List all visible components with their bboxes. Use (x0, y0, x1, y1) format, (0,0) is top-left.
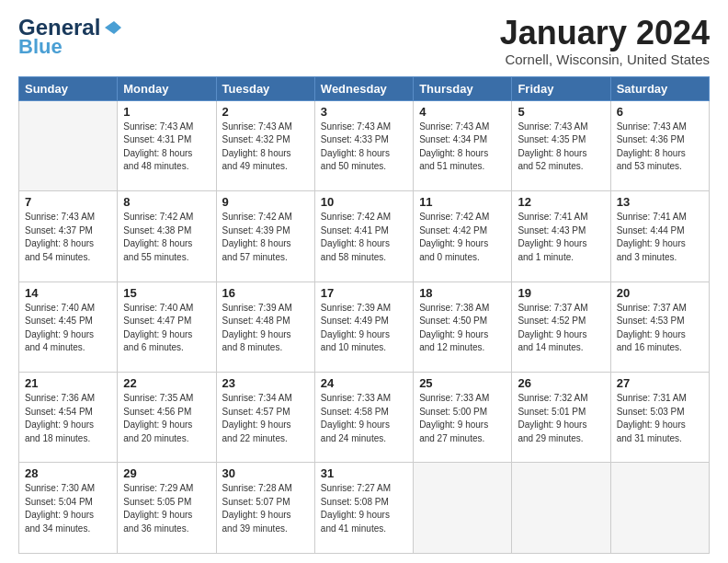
day-number: 16 (222, 286, 309, 300)
calendar-cell (512, 463, 610, 554)
calendar-cell: 4Sunrise: 7:43 AMSunset: 4:34 PMDaylight… (414, 100, 512, 190)
calendar-cell: 20Sunrise: 7:37 AMSunset: 4:53 PMDayligh… (610, 282, 709, 372)
calendar-cell: 9Sunrise: 7:42 AMSunset: 4:39 PMDaylight… (216, 191, 314, 282)
week-row-5: 28Sunrise: 7:30 AMSunset: 5:04 PMDayligh… (19, 463, 710, 554)
day-number: 2 (222, 105, 309, 119)
week-row-2: 7Sunrise: 7:43 AMSunset: 4:37 PMDaylight… (19, 191, 710, 282)
day-info: Sunrise: 7:31 AMSunset: 5:03 PMDaylight:… (617, 392, 703, 445)
day-info: Sunrise: 7:43 AMSunset: 4:34 PMDaylight:… (419, 121, 506, 174)
calendar-cell: 8Sunrise: 7:42 AMSunset: 4:38 PMDaylight… (118, 191, 216, 282)
weekday-sunday: Sunday (19, 76, 118, 100)
week-row-3: 14Sunrise: 7:40 AMSunset: 4:45 PMDayligh… (19, 282, 710, 372)
day-number: 7 (25, 195, 111, 209)
day-info: Sunrise: 7:37 AMSunset: 4:53 PMDaylight:… (617, 302, 703, 355)
day-info: Sunrise: 7:41 AMSunset: 4:43 PMDaylight:… (518, 211, 604, 264)
day-number: 5 (518, 105, 604, 119)
day-info: Sunrise: 7:35 AMSunset: 4:56 PMDaylight:… (123, 392, 210, 445)
day-info: Sunrise: 7:29 AMSunset: 5:05 PMDaylight:… (123, 482, 210, 535)
calendar-cell: 23Sunrise: 7:34 AMSunset: 4:57 PMDayligh… (216, 373, 314, 463)
weekday-thursday: Thursday (414, 76, 512, 100)
day-number: 25 (419, 376, 506, 390)
day-number: 30 (222, 466, 309, 480)
day-info: Sunrise: 7:43 AMSunset: 4:33 PMDaylight:… (321, 121, 407, 174)
logo: General Blue (18, 15, 122, 59)
weekday-header-row: SundayMondayTuesdayWednesdayThursdayFrid… (19, 76, 710, 100)
day-number: 14 (25, 286, 111, 300)
calendar-cell: 14Sunrise: 7:40 AMSunset: 4:45 PMDayligh… (19, 282, 118, 372)
day-info: Sunrise: 7:43 AMSunset: 4:36 PMDaylight:… (617, 121, 703, 174)
day-info: Sunrise: 7:36 AMSunset: 4:54 PMDaylight:… (25, 392, 111, 445)
calendar-cell: 15Sunrise: 7:40 AMSunset: 4:47 PMDayligh… (118, 282, 216, 372)
calendar-cell: 7Sunrise: 7:43 AMSunset: 4:37 PMDaylight… (19, 191, 118, 282)
page: General Blue January 2024 Cornell, Wisco… (0, 0, 728, 563)
day-number: 12 (518, 195, 604, 209)
day-number: 24 (321, 376, 407, 390)
calendar-cell: 10Sunrise: 7:42 AMSunset: 4:41 PMDayligh… (314, 191, 413, 282)
day-info: Sunrise: 7:39 AMSunset: 4:49 PMDaylight:… (321, 302, 407, 355)
calendar-table: SundayMondayTuesdayWednesdayThursdayFrid… (18, 76, 710, 554)
calendar-cell (414, 463, 512, 554)
day-number: 19 (518, 286, 604, 300)
day-info: Sunrise: 7:42 AMSunset: 4:38 PMDaylight:… (123, 211, 210, 264)
day-info: Sunrise: 7:42 AMSunset: 4:42 PMDaylight:… (419, 211, 506, 264)
day-number: 26 (518, 376, 604, 390)
logo-bird-icon (101, 17, 121, 38)
header: General Blue January 2024 Cornell, Wisco… (18, 15, 710, 67)
day-info: Sunrise: 7:43 AMSunset: 4:31 PMDaylight:… (123, 121, 210, 174)
day-number: 15 (123, 286, 210, 300)
calendar-cell: 13Sunrise: 7:41 AMSunset: 4:44 PMDayligh… (610, 191, 709, 282)
day-number: 21 (25, 376, 111, 390)
calendar-cell (19, 100, 118, 190)
calendar-cell: 11Sunrise: 7:42 AMSunset: 4:42 PMDayligh… (414, 191, 512, 282)
day-info: Sunrise: 7:28 AMSunset: 5:07 PMDaylight:… (222, 482, 309, 535)
day-number: 13 (617, 195, 703, 209)
day-info: Sunrise: 7:27 AMSunset: 5:08 PMDaylight:… (321, 482, 407, 535)
calendar-cell: 26Sunrise: 7:32 AMSunset: 5:01 PMDayligh… (512, 373, 610, 463)
weekday-friday: Friday (512, 76, 610, 100)
day-info: Sunrise: 7:40 AMSunset: 4:47 PMDaylight:… (123, 302, 210, 355)
calendar-cell: 28Sunrise: 7:30 AMSunset: 5:04 PMDayligh… (19, 463, 118, 554)
title-block: January 2024 Cornell, Wisconsin, United … (500, 15, 710, 67)
week-row-1: 1Sunrise: 7:43 AMSunset: 4:31 PMDaylight… (19, 100, 710, 190)
day-number: 27 (617, 376, 703, 390)
day-info: Sunrise: 7:43 AMSunset: 4:37 PMDaylight:… (25, 211, 111, 264)
calendar-cell: 3Sunrise: 7:43 AMSunset: 4:33 PMDaylight… (314, 100, 413, 190)
day-number: 18 (419, 286, 506, 300)
calendar-cell: 18Sunrise: 7:38 AMSunset: 4:50 PMDayligh… (414, 282, 512, 372)
weekday-tuesday: Tuesday (216, 76, 314, 100)
calendar-cell: 21Sunrise: 7:36 AMSunset: 4:54 PMDayligh… (19, 373, 118, 463)
day-info: Sunrise: 7:39 AMSunset: 4:48 PMDaylight:… (222, 302, 309, 355)
week-row-4: 21Sunrise: 7:36 AMSunset: 4:54 PMDayligh… (19, 373, 710, 463)
calendar-cell: 16Sunrise: 7:39 AMSunset: 4:48 PMDayligh… (216, 282, 314, 372)
svg-marker-0 (105, 21, 121, 34)
calendar-cell: 2Sunrise: 7:43 AMSunset: 4:32 PMDaylight… (216, 100, 314, 190)
day-number: 6 (617, 105, 703, 119)
calendar-subtitle: Cornell, Wisconsin, United States (500, 52, 710, 67)
day-number: 11 (419, 195, 506, 209)
calendar-cell: 24Sunrise: 7:33 AMSunset: 4:58 PMDayligh… (314, 373, 413, 463)
calendar-cell: 6Sunrise: 7:43 AMSunset: 4:36 PMDaylight… (610, 100, 709, 190)
calendar-cell: 5Sunrise: 7:43 AMSunset: 4:35 PMDaylight… (512, 100, 610, 190)
day-number: 29 (123, 466, 210, 480)
day-info: Sunrise: 7:37 AMSunset: 4:52 PMDaylight:… (518, 302, 604, 355)
day-number: 31 (321, 466, 407, 480)
calendar-cell: 1Sunrise: 7:43 AMSunset: 4:31 PMDaylight… (118, 100, 216, 190)
day-info: Sunrise: 7:43 AMSunset: 4:35 PMDaylight:… (518, 121, 604, 174)
calendar-cell: 30Sunrise: 7:28 AMSunset: 5:07 PMDayligh… (216, 463, 314, 554)
day-info: Sunrise: 7:43 AMSunset: 4:32 PMDaylight:… (222, 121, 309, 174)
weekday-saturday: Saturday (610, 76, 709, 100)
calendar-cell (610, 463, 709, 554)
day-number: 3 (321, 105, 407, 119)
day-info: Sunrise: 7:33 AMSunset: 5:00 PMDaylight:… (419, 392, 506, 445)
day-info: Sunrise: 7:42 AMSunset: 4:41 PMDaylight:… (321, 211, 407, 264)
calendar-cell: 27Sunrise: 7:31 AMSunset: 5:03 PMDayligh… (610, 373, 709, 463)
day-info: Sunrise: 7:38 AMSunset: 4:50 PMDaylight:… (419, 302, 506, 355)
calendar-title: January 2024 (500, 15, 710, 52)
day-number: 8 (123, 195, 210, 209)
day-info: Sunrise: 7:33 AMSunset: 4:58 PMDaylight:… (321, 392, 407, 445)
day-number: 23 (222, 376, 309, 390)
calendar-cell: 29Sunrise: 7:29 AMSunset: 5:05 PMDayligh… (118, 463, 216, 554)
day-number: 17 (321, 286, 407, 300)
day-info: Sunrise: 7:34 AMSunset: 4:57 PMDaylight:… (222, 392, 309, 445)
day-info: Sunrise: 7:42 AMSunset: 4:39 PMDaylight:… (222, 211, 309, 264)
